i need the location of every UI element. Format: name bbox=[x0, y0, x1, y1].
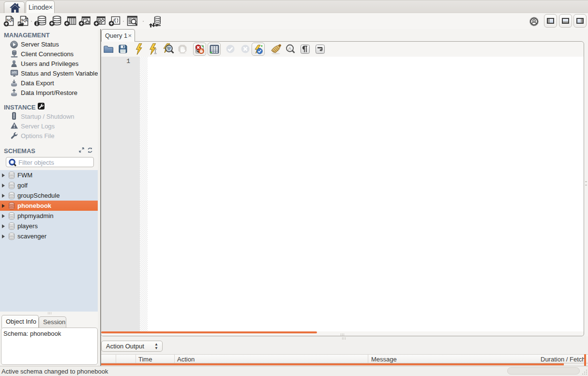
svg-text:SQL: SQL bbox=[21, 18, 29, 22]
svg-text:A: A bbox=[288, 46, 291, 51]
